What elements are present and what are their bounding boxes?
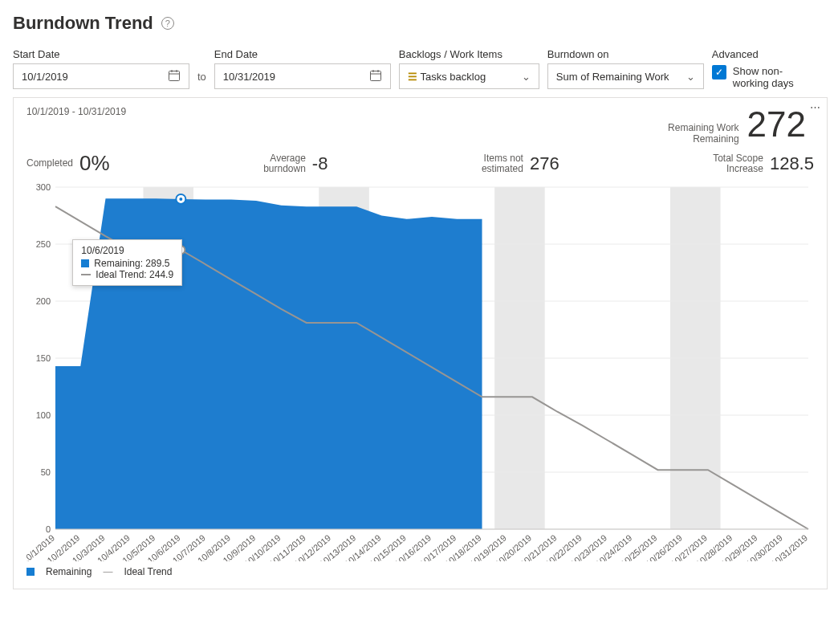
items-not-estimated-label: Items not estimated	[482, 153, 523, 174]
filter-bar: Start Date 10/1/2019 to End Date 10/31/2…	[13, 48, 828, 89]
chevron-down-icon: ⌄	[686, 71, 695, 83]
calendar-icon	[369, 69, 382, 84]
burndown-card: ⋯ 10/1/2019 - 10/31/2019 Remaining Work …	[13, 97, 828, 589]
start-date-label: Start Date	[13, 48, 189, 60]
backlogs-value: Tasks backlog	[420, 71, 486, 83]
svg-text:50: 50	[41, 467, 51, 477]
svg-point-61	[177, 246, 185, 254]
svg-rect-4	[370, 71, 380, 80]
remaining-sublabel: Remaining	[668, 133, 738, 145]
end-date-value: 10/31/2019	[223, 71, 275, 83]
end-date-input[interactable]: 10/31/2019	[214, 63, 391, 89]
total-scope-increase-value: 128.5	[770, 153, 814, 174]
chevron-down-icon: ⌄	[522, 71, 531, 83]
advanced-label: Advanced	[712, 48, 801, 60]
date-to-separator: to	[197, 71, 206, 89]
show-nonworking-checkbox[interactable]: ✓	[712, 65, 726, 79]
burndown-on-dropdown[interactable]: Sum of Remaining Work ⌄	[547, 63, 704, 89]
burndown-on-label: Burndown on	[547, 48, 704, 60]
tasks-backlog-icon: ☰	[408, 71, 421, 83]
page-title: Burndown Trend	[13, 13, 153, 34]
completed-value: 0%	[79, 151, 110, 176]
avg-burndown-value: -8	[312, 153, 328, 174]
burndown-chart: 05010015020025030010/1/201910/2/201910/3…	[26, 184, 814, 561]
start-date-input[interactable]: 10/1/2019	[13, 63, 189, 89]
total-scope-increase-label: Total Scope Increase	[713, 153, 763, 174]
avg-burndown-label: Average burndown	[263, 153, 306, 174]
svg-text:200: 200	[36, 296, 51, 306]
end-date-label: End Date	[214, 48, 391, 60]
chart-legend: Remaining —Ideal Trend	[26, 566, 814, 577]
legend-remaining: Remaining	[46, 566, 92, 577]
remaining-work-label: Remaining Work	[668, 122, 738, 133]
show-nonworking-label: Show non-working days	[733, 65, 801, 89]
backlogs-label: Backlogs / Work Items	[399, 48, 539, 60]
start-date-value: 10/1/2019	[22, 71, 68, 83]
backlogs-dropdown[interactable]: ☰ Tasks backlog ⌄	[399, 63, 539, 89]
remaining-work-metric: Remaining Work Remaining 272	[668, 104, 806, 145]
svg-text:150: 150	[36, 353, 51, 363]
help-icon[interactable]: ?	[161, 17, 174, 30]
svg-text:100: 100	[36, 410, 51, 420]
svg-rect-0	[169, 71, 180, 80]
svg-text:250: 250	[36, 239, 51, 249]
svg-text:300: 300	[36, 184, 51, 192]
burndown-on-value: Sum of Remaining Work	[556, 71, 669, 83]
svg-point-60	[178, 197, 183, 202]
card-more-button[interactable]: ⋯	[810, 101, 822, 113]
completed-label: Completed	[26, 158, 73, 169]
legend-ideal: Ideal Trend	[124, 566, 172, 577]
svg-marker-26	[55, 198, 482, 529]
remaining-work-value: 272	[747, 104, 806, 145]
items-not-estimated-value: 276	[530, 153, 559, 174]
calendar-icon	[168, 69, 181, 84]
